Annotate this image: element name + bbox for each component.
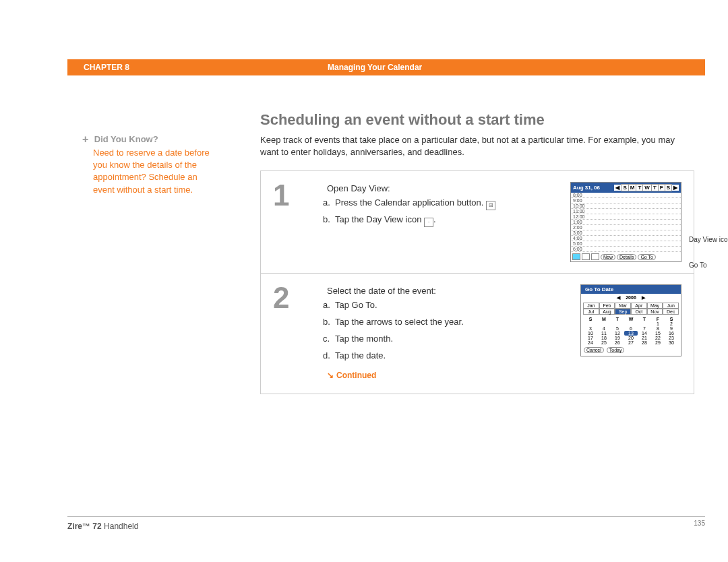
hours-grid: 8:009:0010:0011:0012:001:002:003:004:005… (571, 193, 681, 252)
step-2d: Tap the date. (335, 349, 574, 363)
week-view-tab-icon (582, 253, 590, 260)
device-day-view: Aug 31, 06 ◀ SMTWTFS ▶ 8:009:0010:0011:0… (570, 182, 681, 262)
device-goto-date: Go To Date ◀2006▶ JanFebMarAprMayJun Jul… (580, 284, 681, 356)
plus-icon: + (82, 133, 88, 146)
year-value: 2006 (626, 295, 636, 300)
section-heading: Scheduling an event without a start time (260, 111, 694, 129)
dow-row: SMTWTFS (581, 315, 681, 321)
did-you-know-title: Did You Know? (94, 134, 158, 144)
chapter-header: CHAPTER 8 Managing Your Calendar (67, 59, 705, 75)
cancel-button: Cancel (584, 347, 604, 353)
step-1a: Press the Calendar application button. ⊞ (335, 196, 564, 210)
continued-arrow-icon: ↘ (327, 369, 334, 382)
day-view-date: Aug 31, 06 (573, 185, 600, 191)
year-selector: ◀2006▶ (581, 294, 681, 302)
continued-label: ↘Continued (327, 369, 574, 382)
next-day-icon: ▶ (672, 185, 679, 191)
next-year-icon: ▶ (636, 295, 650, 300)
step-1: 1 Open Day View: Press the Calendar appl… (261, 171, 694, 274)
details-button: Details (617, 254, 636, 260)
chapter-title: Managing Your Calendar (328, 63, 422, 72)
callout-day-view: Day View icon (689, 236, 728, 243)
page-footer: Zire™ 72 Handheld 135 (67, 516, 705, 532)
step-number: 1 (273, 182, 327, 262)
page-number: 135 (694, 520, 705, 527)
step-2-lead: Select the date of the event: (327, 284, 574, 299)
date-grid: 12 3456789 10111213141516 17181920212223… (581, 321, 681, 345)
step-2a: Tap Go To. (335, 299, 574, 313)
callout-go-to: Go To (689, 261, 707, 269)
device-shot-2-wrap: Go To Date ◀2006▶ JanFebMarAprMayJun Jul… (580, 284, 681, 382)
day-view-header: Aug 31, 06 ◀ SMTWTFS ▶ (571, 183, 681, 193)
step-1b: Tap the Day View icon ·. (335, 213, 564, 227)
step-2b: Tap the arrows to select the year. (335, 315, 574, 330)
today-button: Today (607, 347, 625, 353)
prev-day-icon: ◀ (614, 185, 621, 191)
product-name: Zire™ 72 Handheld (67, 522, 138, 531)
step-1-content: Open Day View: Press the Calendar applic… (327, 182, 570, 262)
goto-button: Go To (638, 254, 656, 260)
goto-footer: Cancel Today (581, 345, 681, 353)
did-you-know-body: Need to reserve a date before you know t… (93, 147, 217, 196)
day-letters: SMTWTFS (621, 184, 672, 191)
prev-year-icon: ◀ (611, 295, 626, 300)
chapter-label: CHAPTER 8 (84, 63, 129, 72)
day-view-icon: · (424, 218, 433, 227)
sidebar-tip: + Did You Know? Need to reserve a date b… (82, 133, 217, 196)
goto-title: Go To Date (581, 285, 681, 294)
step-1-lead: Open Day View: (327, 182, 564, 196)
calendar-app-icon: ⊞ (486, 201, 495, 210)
step-number: 2 (273, 284, 327, 382)
device-shot-1-wrap: Aug 31, 06 ◀ SMTWTFS ▶ 8:009:0010:0011:0… (570, 182, 681, 262)
section-intro: Keep track of events that take place on … (260, 134, 694, 158)
day-view-toolbar: New Details Go To (571, 252, 681, 261)
month-grid: JanFebMarAprMayJun JulAugSepOctNovDec (581, 302, 681, 315)
new-button: New (601, 254, 615, 260)
step-2: 2 Select the date of the event: Tap Go T… (261, 274, 694, 393)
steps-container: 1 Open Day View: Press the Calendar appl… (260, 170, 694, 394)
month-view-tab-icon (591, 253, 599, 260)
day-view-tab-icon (572, 253, 580, 260)
step-2c: Tap the month. (335, 332, 574, 346)
step-2-content: Select the date of the event: Tap Go To.… (327, 284, 580, 382)
